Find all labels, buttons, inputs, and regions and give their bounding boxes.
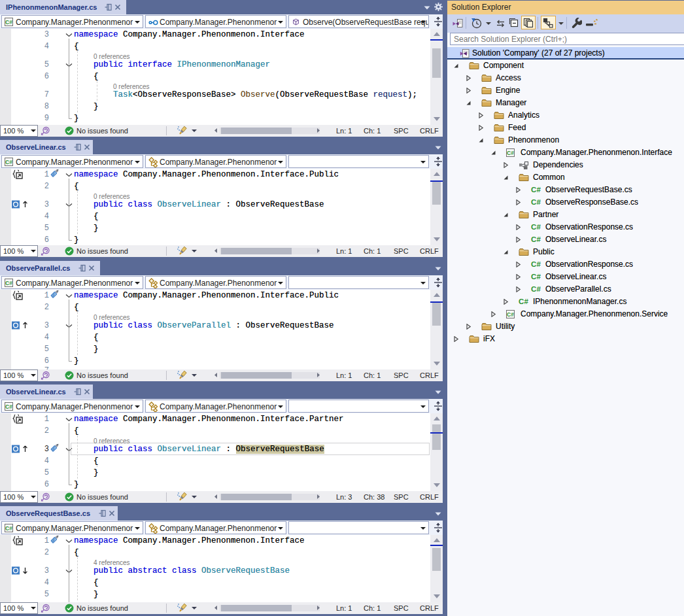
svg-text:C#: C# — [5, 403, 12, 410]
svg-text:C#: C# — [507, 311, 514, 318]
svg-text:C#: C# — [5, 159, 12, 165]
svg-text:C#: C# — [5, 525, 12, 532]
svg-text:C#: C# — [5, 280, 12, 286]
svg-text:C#: C# — [5, 19, 12, 26]
svg-text:C#: C# — [507, 150, 514, 156]
